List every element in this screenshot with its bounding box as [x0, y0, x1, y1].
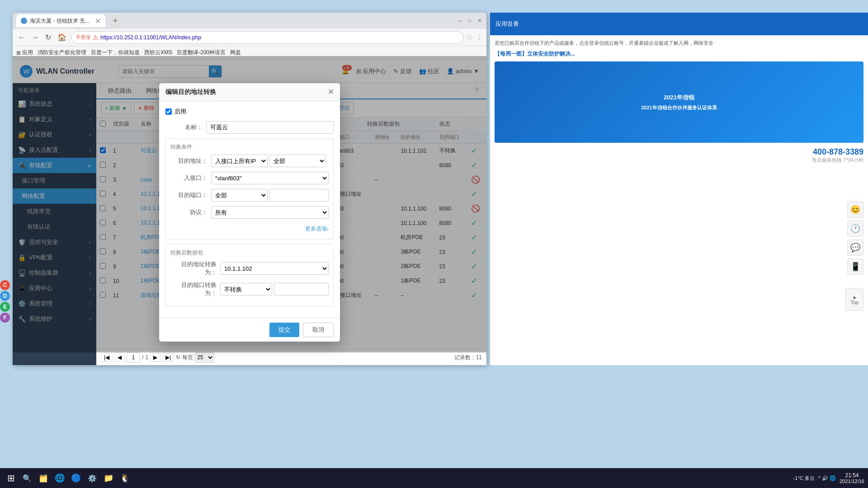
bookmark-baidu[interactable]: 百度一下，你就知道 [91, 49, 140, 56]
refresh-icon[interactable]: ↻ [176, 354, 180, 361]
page-number-input[interactable] [127, 352, 140, 362]
bookmark-disk[interactable]: 网盘 [230, 49, 241, 56]
explorer-taskbar-button[interactable]: 📁 [101, 471, 116, 485]
port-transform-input[interactable] [274, 283, 329, 296]
top-button[interactable]: ▲ Top [845, 288, 863, 311]
refresh-button[interactable]: ↻ [43, 32, 53, 42]
side-icon-4[interactable]: 📱 [847, 258, 863, 275]
dst-port-input[interactable] [269, 189, 329, 202]
dst-addr-type-select[interactable]: 入接口上所有IP [211, 155, 268, 167]
browser-navbar: ← → ↻ 🏠 不安全 ⚠ https://10.252.0.1:11001/W… [13, 29, 486, 46]
right-panel-title: 应用首番 [495, 20, 519, 28]
side-label-e[interactable]: E [0, 302, 10, 312]
dst-port-select[interactable]: 全部 [211, 189, 268, 202]
prev-page-button[interactable]: ◀ [114, 353, 125, 362]
address-bar[interactable]: 不安全 ⚠ https://10.252.0.1:11001/WLAN/inde… [71, 31, 464, 44]
right-panel: 应用首番 若您已购买合作信锐下的产品或服务，点击登录信锐云账号，开通基础企业版或… [490, 13, 868, 365]
tab-close-icon[interactable]: ✕ [95, 17, 101, 25]
taskview-button[interactable]: 🗂️ [36, 471, 51, 485]
dialog-overlay: 编辑目的地址转换 ✕ 启用 名称： 转换条件 目的地址： [13, 56, 486, 352]
transform-result-title: 转换后数据包 [170, 249, 329, 257]
new-tab-button[interactable]: + [109, 14, 122, 27]
top-arrow-icon: ▲ [852, 294, 857, 300]
maximize-button[interactable]: □ [467, 18, 473, 24]
port-transform-select[interactable]: 不转换 [220, 283, 272, 296]
last-page-button[interactable]: ▶| [162, 353, 174, 362]
back-button[interactable]: ← [16, 33, 27, 42]
name-label: 名称： [165, 123, 206, 131]
bookmark-disk-label: 网盘 [230, 49, 241, 56]
dialog-enable-row: 启用 [165, 108, 334, 116]
home-button[interactable]: 🏠 [56, 32, 68, 42]
start-button[interactable]: ⊞ [4, 471, 18, 485]
side-label-f[interactable]: F [0, 313, 10, 323]
menu-icon[interactable]: ⋮ [476, 33, 483, 42]
dst-transform-row: 目的地址转换为： 10.1.1.102 [170, 260, 329, 277]
close-button[interactable]: ✕ [476, 18, 483, 24]
top-label: Top [850, 300, 859, 305]
transform-result-section: 转换后数据包 目的地址转换为： 10.1.1.102 目的端口转换为： 不转换 [165, 244, 334, 307]
app-taskbar-button[interactable]: 🐧 [118, 471, 132, 485]
bookmark-xms[interactable]: 西软云XMS [144, 49, 172, 56]
clock-time: 21:54 [840, 472, 864, 479]
side-labels: C D E F [0, 280, 10, 323]
browser-titlebar: 海滨大厦 - 信锐技术 无... ✕ + — □ ✕ [13, 13, 486, 29]
side-label-d[interactable]: D [0, 291, 10, 301]
minimize-button[interactable]: — [457, 18, 463, 24]
bookmark-apps[interactable]: ⊞ 应用 [16, 49, 33, 56]
dialog-close-button[interactable]: ✕ [328, 88, 334, 96]
name-row: 名称： [165, 121, 334, 134]
next-page-button[interactable]: ▶ [150, 353, 160, 362]
side-action-icons: 😊 🕐 💬 📱 [847, 202, 863, 275]
bookmark-translate[interactable]: 百度翻译-200种语言 [177, 49, 226, 56]
bookmark-icon[interactable]: ☆ [467, 33, 473, 42]
address-url[interactable]: https://10.252.0.1:11001/WLAN/index.php [100, 34, 201, 41]
dst-addr-value-select[interactable]: 全部 [269, 155, 326, 167]
page-separator: / [142, 354, 143, 361]
cancel-button[interactable]: 取消 [303, 323, 334, 337]
first-page-button[interactable]: |◀ [101, 353, 113, 362]
transform-conditions-title: 转换条件 [170, 143, 329, 151]
submit-button[interactable]: 提交 [269, 323, 299, 337]
dialog-title: 编辑目的地址转换 [165, 88, 216, 96]
protocol-select[interactable]: 所有 [211, 206, 329, 219]
side-icon-1[interactable]: 😊 [847, 202, 863, 218]
interface-label: 入接口： [170, 174, 211, 182]
contact-section: 400-878-3389 售后服务热线 7*24小时 [495, 147, 863, 164]
per-page-select[interactable]: 25 50 100 [195, 352, 214, 362]
tab-favicon [21, 18, 27, 24]
name-input[interactable] [206, 121, 334, 134]
weekly-link[interactable]: 【每周一图】立体安全防护解决... [495, 50, 863, 58]
side-icon-2[interactable]: 🕐 [847, 221, 863, 237]
dst-transform-label: 目的地址转换为： [170, 260, 220, 277]
window-controls: — □ ✕ [457, 18, 483, 24]
interface-select[interactable]: "vlanf803" [211, 172, 329, 184]
port-transform-selects: 不转换 [220, 283, 329, 296]
forward-button[interactable]: → [30, 33, 41, 42]
total-pages: 1 [145, 354, 148, 361]
enable-label: 启用 [175, 108, 186, 116]
bookmark-fire[interactable]: 消防安全产权化管理 [38, 49, 86, 56]
right-panel-content: 若您已购买合作信锐下的产品或服务，点击登录信锐云账号，开通基础企业版或了解入网，… [490, 35, 868, 168]
dst-transform-select[interactable]: 10.1.1.102 [220, 262, 329, 275]
bookmark-xms-label: 西软云XMS [144, 49, 172, 56]
more-options-button[interactable]: 更多选项 › [170, 223, 329, 235]
side-label-c[interactable]: C [0, 280, 10, 290]
per-page-label: 每页 [182, 354, 193, 361]
chevron-right-more-icon: › [327, 226, 329, 232]
chrome-taskbar-button[interactable]: 🔵 [69, 471, 83, 485]
dst-port-row: 目的端口： 全部 [170, 189, 329, 202]
chrome-taskbar-icon: 🔵 [71, 473, 81, 483]
browser-taskbar-button[interactable]: 🌐 [52, 471, 67, 485]
dst-port-label: 目的端口： [170, 191, 211, 199]
dialog-body: 启用 名称： 转换条件 目的地址： 入接口上所有IP [159, 101, 340, 318]
settings-taskbar-button[interactable]: ⚙️ [85, 471, 99, 485]
side-icon-3[interactable]: 💬 [847, 239, 863, 256]
browser-tab[interactable]: 海滨大厦 - 信锐技术 无... ✕ [16, 14, 105, 27]
bookmark-baidu-label: 百度一下，你就知道 [91, 49, 140, 56]
search-taskbar-button[interactable]: 🔍 [20, 471, 34, 485]
taskbar-right: -1°C 多云 ^ 🔊 🌐 21:54 2021/12/16 [793, 472, 864, 484]
dst-port-selects: 全部 [211, 189, 329, 202]
dst-addr-label: 目的地址： [170, 157, 211, 165]
enable-checkbox[interactable] [165, 108, 172, 115]
